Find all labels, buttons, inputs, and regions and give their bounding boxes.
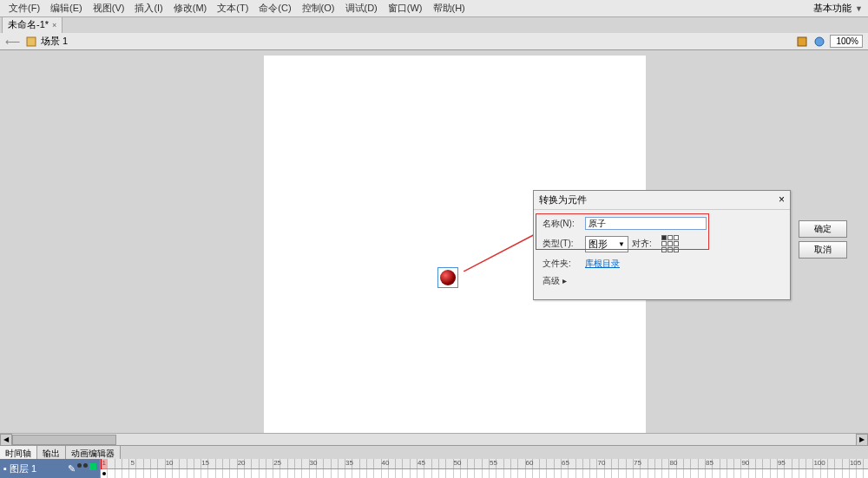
stage: 转换为元件 × 名称(N): 类型(T): 图形 ▼ 对齐: bbox=[0, 50, 868, 445]
menu-debug[interactable]: 调试(D) bbox=[340, 0, 383, 16]
dialog-titlebar[interactable]: 转换为元件 × bbox=[534, 191, 790, 210]
menu-file[interactable]: 文件(F) bbox=[3, 0, 45, 16]
zoom-level[interactable]: 100% bbox=[830, 35, 863, 48]
tab-title: 未命名-1* bbox=[8, 18, 49, 31]
svg-rect-0 bbox=[27, 37, 36, 46]
layer-color-swatch[interactable] bbox=[89, 463, 96, 470]
cancel-button[interactable]: 取消 bbox=[799, 241, 847, 259]
horizontal-scrollbar[interactable]: ◀ ▶ bbox=[0, 433, 868, 445]
edit-symbol-icon[interactable] bbox=[812, 35, 826, 49]
timeline-tabs: 时间轴 输出 动画编辑器 bbox=[0, 445, 868, 459]
chevron-down-icon: ▼ bbox=[618, 240, 625, 248]
scroll-left-icon[interactable]: ◀ bbox=[0, 434, 12, 446]
timeline-layers: ▪ 图层 1 ✎ bbox=[0, 459, 101, 478]
menu-window[interactable]: 窗口(W) bbox=[383, 0, 428, 16]
tab-timeline[interactable]: 时间轴 bbox=[0, 446, 37, 459]
scroll-thumb[interactable] bbox=[12, 435, 116, 445]
ball-shape bbox=[440, 270, 456, 285]
timeline-ruler[interactable]: 1510152025303540455055606570758085909510… bbox=[101, 459, 868, 478]
selected-object[interactable] bbox=[437, 267, 458, 288]
document-tabs: 未命名-1* × bbox=[0, 17, 868, 33]
folder-label: 文件夹: bbox=[542, 258, 582, 270]
lock-toggle[interactable] bbox=[83, 463, 88, 468]
menu-view[interactable]: 视图(V) bbox=[88, 0, 130, 16]
layer-row[interactable]: ▪ 图层 1 ✎ bbox=[0, 459, 100, 478]
type-label: 类型(T): bbox=[542, 238, 582, 250]
dialog-title-text: 转换为元件 bbox=[539, 193, 587, 206]
edit-scene-icon[interactable] bbox=[795, 35, 809, 49]
document-tab[interactable]: 未命名-1* × bbox=[2, 16, 62, 33]
scene-icon bbox=[25, 36, 37, 48]
menu-text[interactable]: 文本(T) bbox=[212, 0, 253, 16]
scene-breadcrumb: ⟵ 场景 1 100% bbox=[0, 33, 868, 50]
tab-motion-editor[interactable]: 动画编辑器 bbox=[66, 446, 121, 459]
svg-rect-1 bbox=[798, 37, 806, 46]
menu-help[interactable]: 帮助(H) bbox=[428, 0, 470, 16]
scroll-right-icon[interactable]: ▶ bbox=[856, 434, 868, 446]
menu-modify[interactable]: 修改(M) bbox=[168, 0, 213, 16]
menu-edit[interactable]: 编辑(E) bbox=[45, 0, 88, 16]
pencil-icon[interactable]: ✎ bbox=[68, 463, 76, 475]
menubar: 文件(F) 编辑(E) 视图(V) 插入(I) 修改(M) 文本(T) 命令(C… bbox=[0, 0, 868, 17]
name-label: 名称(N): bbox=[542, 218, 582, 230]
menu-insert[interactable]: 插入(I) bbox=[129, 0, 168, 16]
svg-point-2 bbox=[815, 37, 824, 46]
ok-button[interactable]: 确定 bbox=[799, 220, 847, 238]
layer-name: 图层 1 bbox=[10, 462, 36, 475]
close-icon[interactable]: × bbox=[52, 21, 56, 29]
convert-to-symbol-dialog: 转换为元件 × 名称(N): 类型(T): 图形 ▼ 对齐: bbox=[533, 190, 791, 300]
scene-name: 场景 1 bbox=[41, 35, 68, 48]
chevron-down-icon: ▼ bbox=[855, 4, 863, 13]
menu-command[interactable]: 命令(C) bbox=[253, 0, 296, 16]
name-input[interactable] bbox=[585, 217, 707, 230]
folder-link[interactable]: 库根目录 bbox=[585, 258, 620, 270]
layer-icon: ▪ bbox=[3, 463, 7, 474]
type-select[interactable]: 图形 ▼ bbox=[585, 236, 628, 252]
advanced-toggle[interactable]: 高级 ▸ bbox=[542, 275, 567, 287]
timeline: ▪ 图层 1 ✎ 1510152025303540455055606570758… bbox=[0, 459, 868, 478]
visibility-toggle[interactable] bbox=[77, 463, 82, 468]
workspace-label[interactable]: 基本功能 bbox=[813, 2, 852, 15]
align-label: 对齐: bbox=[632, 238, 658, 250]
close-icon[interactable]: × bbox=[779, 193, 785, 206]
tab-output[interactable]: 输出 bbox=[37, 446, 66, 459]
registration-grid[interactable] bbox=[661, 235, 679, 252]
back-arrow-icon[interactable]: ⟵ bbox=[5, 36, 20, 48]
menu-control[interactable]: 控制(O) bbox=[297, 0, 340, 16]
